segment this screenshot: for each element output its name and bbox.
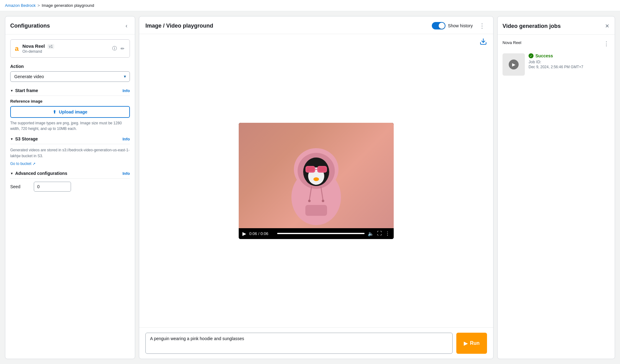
action-select-wrapper: Generate video Image to video ▼: [10, 71, 130, 82]
right-panel-content: Nova Reel ⋮ ▶ ✓ Success Job ID: Dec 9, 2…: [498, 35, 615, 359]
external-link-icon: ➚: [33, 162, 36, 166]
advanced-header: ▼ Advanced configurations Info: [10, 171, 130, 179]
job-card: ▶ ✓ Success Job ID: Dec 9, 2024, 2:56:46…: [503, 50, 610, 79]
play-pause-button[interactable]: ▶: [242, 231, 246, 237]
video-progress-bar[interactable]: [277, 233, 365, 234]
model-info: Nova Reel v1 On-demand: [22, 43, 108, 54]
s3-storage-section: ▼ S3 Storage Info Generated videos are s…: [10, 136, 130, 166]
video-area: ▶ 0:06 / 0:06 🔈 ⛶ ⋮: [139, 34, 493, 327]
action-section: Action Generate video Image to video ▼: [10, 64, 130, 82]
s3-info-link[interactable]: Info: [122, 137, 130, 141]
right-panel-header: Video generation jobs ×: [498, 16, 615, 35]
download-button[interactable]: [480, 38, 487, 47]
seed-input[interactable]: [34, 182, 71, 192]
start-frame-section: ▼ Start frame Info Reference image ⬆ Upl…: [10, 88, 130, 131]
upload-hint-text: The supported image types are png, jpeg.…: [10, 120, 130, 131]
advanced-title: Advanced configurations: [15, 171, 121, 176]
upload-icon: ⬆: [53, 109, 56, 114]
video-more-button[interactable]: ⋮: [385, 231, 390, 237]
job-thumbnail[interactable]: ▶: [503, 53, 525, 76]
volume-button[interactable]: 🔈: [368, 231, 374, 237]
run-play-icon: ▶: [464, 340, 467, 346]
svg-rect-12: [305, 205, 327, 216]
job-more-button[interactable]: ⋮: [603, 40, 610, 48]
more-options-button[interactable]: ⋮: [477, 21, 487, 30]
action-select[interactable]: Generate video Image to video: [10, 71, 130, 82]
toggle-knob: [439, 23, 445, 29]
svg-point-11: [313, 177, 319, 181]
video-jobs-title: Video generation jobs: [503, 23, 561, 29]
breadcrumb-separator: >: [38, 3, 40, 8]
left-panel-content: a Nova Reel v1 On-demand ⓘ ✏ Action: [5, 34, 135, 359]
model-version: v1: [47, 44, 55, 49]
seed-label: Seed: [10, 184, 29, 189]
s3-description: Generated videos are stored in s3://bedr…: [10, 147, 130, 159]
right-panel: Video generation jobs × Nova Reel ⋮ ▶ ✓ …: [497, 16, 615, 359]
job-status-row: ✓ Success: [529, 53, 610, 58]
configurations-title: Configurations: [10, 23, 50, 29]
model-name-row: Nova Reel v1: [22, 43, 108, 49]
model-name: Nova Reel: [22, 43, 45, 49]
playground-title: Image / Video playground: [145, 23, 213, 29]
run-label: Run: [470, 340, 480, 346]
play-triangle: ▶: [512, 62, 516, 67]
video-player: ▶ 0:06 / 0:06 🔈 ⛶ ⋮: [239, 123, 394, 239]
advanced-section: ▼ Advanced configurations Info Seed: [10, 171, 130, 192]
job-id-label: Job ID:: [529, 60, 610, 64]
breadcrumb-current: Image generation playground: [42, 3, 94, 8]
s3-arrow-icon[interactable]: ▼: [10, 137, 13, 141]
job-play-icon: ▶: [509, 60, 519, 69]
start-frame-arrow-icon[interactable]: ▼: [10, 89, 13, 92]
center-header-actions: Show history ⋮: [432, 21, 487, 30]
prompt-area: A penguin wearing a pink hoodie and sung…: [139, 327, 493, 359]
start-frame-title: Start frame: [15, 88, 121, 93]
go-to-bucket-link[interactable]: Go to bucket ➚: [10, 162, 36, 166]
breadcrumb: Amazon Bedrock > Image generation playgr…: [0, 0, 620, 11]
advanced-arrow-icon[interactable]: ▼: [10, 172, 13, 175]
seed-row: Seed: [10, 182, 130, 192]
reference-image-label: Reference image: [10, 99, 130, 104]
center-header: Image / Video playground Show history ⋮: [139, 16, 493, 34]
svg-rect-9: [306, 167, 314, 172]
start-frame-header: ▼ Start frame Info: [10, 88, 130, 96]
advanced-info-link[interactable]: Info: [122, 171, 130, 176]
s3-storage-title: S3 Storage: [15, 136, 121, 141]
svg-point-16: [322, 200, 324, 202]
center-panel: Image / Video playground Show history ⋮: [139, 16, 494, 359]
action-label: Action: [10, 64, 130, 69]
upload-image-button[interactable]: ⬆ Upload image: [10, 106, 130, 118]
model-edit-button[interactable]: ✏: [120, 45, 125, 52]
prompt-input[interactable]: A penguin wearing a pink hoodie and sung…: [145, 333, 453, 354]
job-status-text: Success: [535, 53, 553, 58]
show-history-toggle-wrapper: Show history: [432, 22, 473, 29]
breadcrumb-link[interactable]: Amazon Bedrock: [5, 3, 36, 8]
run-button[interactable]: ▶ Run: [456, 333, 487, 354]
job-date: Dec 9, 2024, 2:56:46 PM GMT+7: [529, 65, 610, 69]
collapse-panel-button[interactable]: ‹: [123, 21, 130, 30]
job-section-label: Nova Reel: [503, 40, 521, 45]
job-details: ✓ Success Job ID: Dec 9, 2024, 2:56:46 P…: [529, 53, 610, 69]
model-card: a Nova Reel v1 On-demand ⓘ ✏: [10, 39, 130, 58]
show-history-toggle[interactable]: [432, 22, 445, 29]
video-time: 0:06 / 0:06: [249, 231, 274, 236]
svg-rect-10: [318, 167, 326, 172]
go-to-bucket-label: Go to bucket: [10, 162, 31, 166]
model-info-button[interactable]: ⓘ: [112, 45, 117, 52]
model-tier: On-demand: [22, 49, 108, 54]
success-status-icon: ✓: [529, 53, 534, 58]
left-panel-header: Configurations ‹: [5, 16, 135, 34]
close-panel-button[interactable]: ×: [604, 21, 610, 31]
upload-image-label: Upload image: [59, 109, 87, 114]
show-history-label: Show history: [448, 23, 473, 28]
main-layout: Configurations ‹ a Nova Reel v1 On-deman…: [0, 11, 620, 364]
svg-point-15: [308, 200, 311, 202]
model-actions: ⓘ ✏: [112, 45, 125, 52]
fullscreen-button[interactable]: ⛶: [377, 231, 382, 236]
video-controls: ▶ 0:06 / 0:06 🔈 ⛶ ⋮: [239, 228, 394, 239]
video-progress-fill: [277, 233, 365, 234]
video-thumbnail: [239, 123, 394, 228]
amazon-logo-icon: a: [15, 45, 19, 53]
left-panel: Configurations ‹ a Nova Reel v1 On-deman…: [5, 16, 135, 359]
penguin-illustration: [276, 126, 356, 225]
start-frame-info-link[interactable]: Info: [122, 88, 130, 93]
